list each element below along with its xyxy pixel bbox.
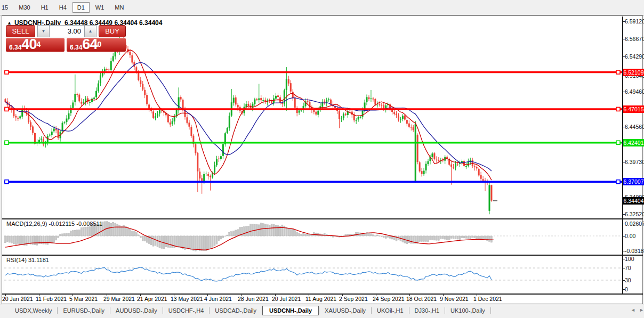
rsi-tick-label: 0: [625, 286, 628, 292]
chart-tab-xauusd-daily[interactable]: XAUUSD-,Daily: [319, 306, 371, 315]
timeframe-toolbar: 15M30H1H4D1W1MN: [0, 0, 644, 15]
pane-separator-macd[interactable]: [2, 218, 643, 219]
date-tick-label: 20 Jan 2021: [2, 296, 33, 302]
buy-price-big: 64: [82, 38, 97, 51]
ma-fast-line: [5, 50, 492, 180]
ma-slow-line: [5, 63, 492, 172]
date-tick-label: 4 Jun 2021: [204, 296, 232, 302]
date-tick-label: 28 Jun 2021: [238, 296, 269, 302]
volume-input[interactable]: 3.00: [50, 25, 84, 37]
chart-tab-usdchf-h4[interactable]: USDCHF-,H4: [163, 306, 210, 315]
line-handle-right: [616, 141, 620, 144]
timeframe-button-h1[interactable]: H1: [36, 2, 53, 13]
chart-tab-audusd-daily[interactable]: AUDUSD-,Daily: [110, 306, 163, 315]
buy-button[interactable]: BUY: [99, 25, 126, 37]
rsi-tick-label: 100: [625, 256, 634, 262]
candles: [5, 34, 493, 214]
pane-separator-dates: [2, 293, 643, 295]
timeframe-button-mn[interactable]: MN: [110, 2, 128, 13]
rsi-value: 31.1181: [28, 257, 49, 263]
rsi-label: RSI(14) 31.1181: [6, 257, 49, 263]
sell-price-panel[interactable]: 6.34404: [6, 38, 65, 52]
price-tick-label: 6.56670: [625, 36, 644, 42]
level-price-label: 6.42401: [623, 139, 644, 146]
triangle-down-icon: ▼: [42, 29, 46, 34]
macd-tick-label: -0.03187: [625, 248, 644, 254]
chart-tab-eurusd-daily[interactable]: EURUSD-,Daily: [58, 306, 110, 315]
line-handle-left: [5, 180, 9, 184]
tab-separator: [490, 307, 491, 314]
date-tick-label: 11 Aug 2021: [305, 296, 336, 302]
price-tick-label: 6.39730: [625, 159, 644, 165]
rsi-tick-label: 30: [625, 277, 631, 283]
timeframe-button-d1[interactable]: D1: [73, 2, 90, 13]
macd-tick-label: 0.02607: [625, 221, 644, 227]
price-tick-label: 6.59120: [625, 18, 644, 25]
date-tick-label: 29 Mar 2021: [103, 296, 135, 302]
sell-price-sup: 4: [36, 38, 41, 50]
date-tick-label: 20 Jul 2021: [272, 296, 301, 302]
level-price-label: 6.52109: [623, 69, 644, 76]
line-handle-left: [5, 141, 9, 144]
date-tick-label: 11 Feb 2021: [36, 296, 67, 302]
triangle-up-icon: ▲: [88, 29, 93, 34]
buy-price-panel[interactable]: 6.34640: [67, 38, 126, 52]
price-tick-label: 6.49460: [625, 88, 644, 95]
line-handle-right: [616, 107, 620, 111]
date-tick-label: 2 Sep 2021: [339, 296, 368, 302]
chart-tab-usdcad-daily[interactable]: USDCAD-,Daily: [210, 306, 262, 315]
chart-tab-usdcnh-daily[interactable]: USDCNH-,Daily: [262, 306, 319, 315]
sell-price-big: 40: [21, 38, 36, 51]
chart-tab-dj30-h1[interactable]: DJ30-,H1: [409, 306, 445, 315]
date-tick-label: 9 Nov 2021: [440, 296, 469, 302]
tabs-scroll-left-icon[interactable]: ◄: [631, 307, 635, 313]
timeframe-button-m30[interactable]: M30: [14, 2, 35, 13]
sell-button[interactable]: SELL: [6, 25, 35, 37]
timeframe-button-15[interactable]: 15: [0, 2, 13, 13]
level-price-label: 6.37007: [623, 178, 644, 185]
mt4-window: 15M30H1H4D1W1MN ▲USDCNH-,Daily 6.34448 6…: [0, 0, 644, 318]
buy-price-small: 6.34: [70, 44, 82, 51]
rsi-pane[interactable]: [4, 256, 622, 293]
current-price-label: 6.34404: [623, 197, 644, 205]
sell-price-small: 6.34: [9, 44, 21, 51]
price-axis-line[interactable]: [622, 17, 623, 294]
window-bottom-strip: [0, 316, 644, 318]
chart-tab-bar: USDX,WeeklyEURUSD-,DailyAUDUSD-,DailyUSD…: [0, 305, 644, 316]
line-handle-left: [5, 107, 9, 111]
chart-tab-usdx-weekly[interactable]: USDX,Weekly: [10, 306, 57, 315]
level-price-label: 6.47015: [623, 105, 644, 113]
date-tick-label: 5 Mar 2021: [69, 296, 98, 302]
date-tick-label: 21 Apr 2021: [137, 296, 167, 302]
macd-tick-label: 0.00: [625, 233, 635, 239]
price-tick-label: 6.54290: [625, 53, 644, 60]
date-tick-label: 18 Oct 2021: [406, 296, 437, 302]
date-tick-label: 24 Sep 2021: [373, 296, 405, 302]
tabs-scroll-right-icon[interactable]: ►: [639, 307, 644, 313]
line-handle-right: [616, 70, 620, 74]
rsi-tick-label: 70: [625, 265, 631, 271]
line-handle-left: [5, 70, 9, 74]
date-tick-label: 1 Dec 2021: [473, 296, 502, 302]
price-tick-label: 6.44560: [625, 124, 644, 130]
chart-tab-uk100-daily[interactable]: UK100-,Daily: [445, 306, 490, 315]
macd-values: -0.012115 -0.008511: [49, 221, 102, 227]
buy-price-sup: 0: [97, 38, 101, 50]
volume-increase-button[interactable]: ▲: [84, 25, 96, 37]
date-tick-label: 13 May 2021: [171, 296, 203, 302]
one-click-trading-panel: SELL ▼ 3.00 ▲ BUY 6.34404 6.34640: [6, 25, 126, 52]
timeframe-button-h4[interactable]: H4: [54, 2, 71, 13]
macd-label: MACD(12,26,9) -0.012115 -0.008511: [6, 221, 102, 227]
line-handle-right: [616, 180, 620, 184]
timeframe-button-w1[interactable]: W1: [91, 2, 109, 13]
pane-separator-rsi[interactable]: [2, 255, 643, 256]
chart-tab-ukoil-h1[interactable]: UKOil-,H1: [372, 306, 409, 315]
volume-decrease-button[interactable]: ▼: [37, 25, 50, 37]
rsi-line: [5, 267, 492, 281]
price-tick-label: 6.32520: [625, 211, 644, 217]
